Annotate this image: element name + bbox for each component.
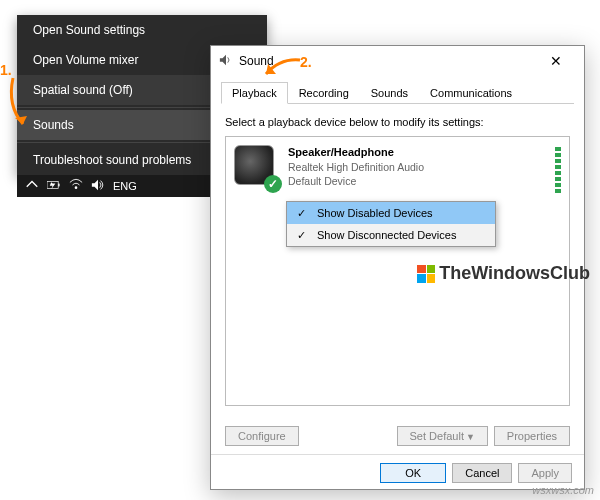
wifi-icon[interactable] [69,178,83,194]
check-icon: ✓ [291,207,311,220]
volume-icon [219,53,233,70]
instruction-text: Select a playback device below to modify… [225,116,570,128]
level-meter [555,145,561,193]
ctx-open-sound-settings[interactable]: Open Sound settings [17,15,267,45]
device-status: Default Device [288,174,545,188]
device-driver: Realtek High Definition Audio [288,160,545,174]
speaker-icon: ✓ [234,145,278,189]
watermark: TheWindowsClub [417,263,590,284]
device-context-menu: ✓ Show Disabled Devices ✓ Show Disconnec… [286,201,496,247]
battery-icon[interactable] [47,178,61,194]
chevron-down-icon: ▼ [466,432,475,442]
close-button[interactable]: ✕ [536,53,576,69]
menu-label: Show Disabled Devices [317,207,433,219]
apply-button[interactable]: Apply [518,463,572,483]
ok-button[interactable]: OK [380,463,446,483]
svg-rect-1 [58,184,59,187]
check-icon: ✓ [291,229,311,242]
lower-button-row: Configure Set Default▼ Properties [211,418,584,454]
tab-sounds[interactable]: Sounds [360,82,419,104]
dialog-footer: OK Cancel Apply [211,454,584,491]
site-watermark: wsxwsx.com [532,484,594,496]
device-name: Speaker/Headphone [288,145,545,160]
svg-point-2 [75,186,78,189]
arrow-2 [260,56,310,90]
set-default-button[interactable]: Set Default▼ [397,426,488,446]
arrow-1 [5,76,35,140]
menu-label: Show Disconnected Devices [317,229,456,241]
properties-button[interactable]: Properties [494,426,570,446]
menu-show-disabled[interactable]: ✓ Show Disabled Devices [287,202,495,224]
device-item[interactable]: ✓ Speaker/Headphone Realtek High Definit… [234,145,561,193]
windows-logo-icon [417,265,435,283]
menu-show-disconnected[interactable]: ✓ Show Disconnected Devices [287,224,495,246]
default-check-icon: ✓ [264,175,282,193]
configure-button[interactable]: Configure [225,426,299,446]
cancel-button[interactable]: Cancel [452,463,512,483]
volume-icon[interactable] [91,178,105,194]
tab-body: Select a playback device below to modify… [211,104,584,418]
chevron-up-icon[interactable] [25,178,39,194]
language-indicator[interactable]: ENG [113,180,137,192]
device-info: Speaker/Headphone Realtek High Definitio… [288,145,545,193]
tab-communications[interactable]: Communications [419,82,523,104]
